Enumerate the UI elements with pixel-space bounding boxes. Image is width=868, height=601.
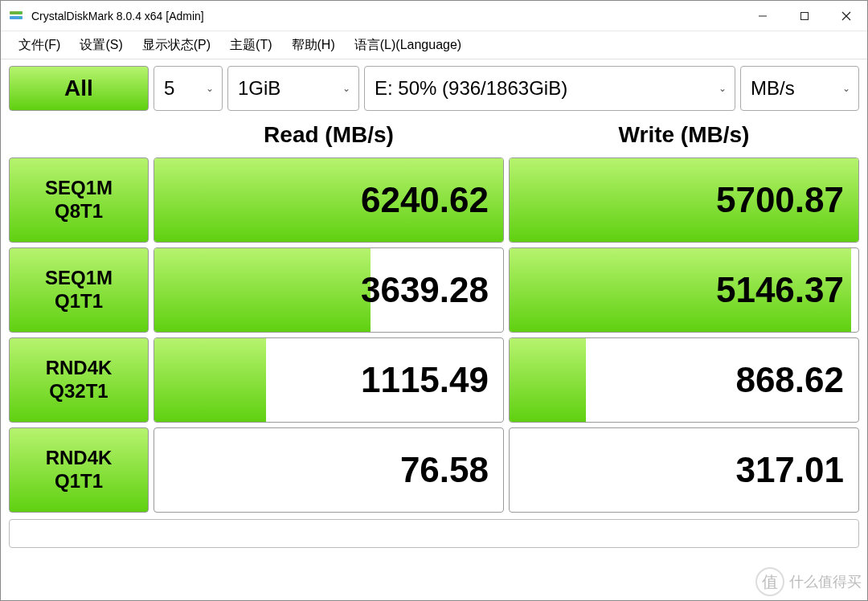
menu-settings[interactable]: 设置(S) <box>70 34 132 57</box>
read-result-2: 1115.49 <box>154 337 504 423</box>
menubar: 文件(F) 设置(S) 显示状态(P) 主题(T) 帮助(H) 语言(L)(La… <box>1 31 867 59</box>
write-value: 868.62 <box>735 360 844 400</box>
svg-point-3 <box>19 17 21 18</box>
test-row-3: RND4K Q1T1 76.58 317.01 <box>9 427 859 513</box>
test-button-rnd4k-q32t1[interactable]: RND4K Q32T1 <box>9 337 149 423</box>
row-label-line2: Q1T1 <box>55 470 103 493</box>
read-result-1: 3639.28 <box>154 247 504 333</box>
test-row-1: SEQ1M Q1T1 3639.28 5146.37 <box>9 247 859 333</box>
test-button-rnd4k-q1t1[interactable]: RND4K Q1T1 <box>9 427 149 513</box>
menu-display[interactable]: 显示状态(P) <box>133 34 220 57</box>
write-value: 317.01 <box>735 450 844 490</box>
test-button-seq1m-q8t1[interactable]: SEQ1M Q8T1 <box>9 157 149 243</box>
close-button[interactable] <box>825 1 867 31</box>
all-button[interactable]: All <box>9 66 149 111</box>
chevron-down-icon: ⌄ <box>719 83 727 94</box>
svg-point-2 <box>19 12 21 14</box>
chevron-down-icon: ⌄ <box>842 83 850 94</box>
read-value: 76.58 <box>400 450 489 490</box>
write-bar <box>510 338 586 422</box>
window-title: CrystalDiskMark 8.0.4 x64 [Admin] <box>31 10 742 22</box>
menu-theme[interactable]: 主题(T) <box>220 34 281 57</box>
chevron-down-icon: ⌄ <box>206 83 214 94</box>
row-label-line1: SEQ1M <box>45 267 113 290</box>
status-bar <box>9 519 859 548</box>
test-row-2: RND4K Q32T1 1115.49 868.62 <box>9 337 859 423</box>
test-button-seq1m-q1t1[interactable]: SEQ1M Q1T1 <box>9 247 149 333</box>
count-select[interactable]: 5⌄ <box>154 66 223 111</box>
row-label-line2: Q8T1 <box>55 200 103 223</box>
row-label-line2: Q1T1 <box>55 290 103 313</box>
row-label-line2: Q32T1 <box>49 380 108 403</box>
test-row-0: SEQ1M Q8T1 6240.62 5700.87 <box>9 157 859 243</box>
titlebar: CrystalDiskMark 8.0.4 x64 [Admin] <box>1 1 867 31</box>
count-value: 5 <box>164 77 174 100</box>
watermark-icon: 值 <box>755 567 784 596</box>
drive-value: E: 50% (936/1863GiB) <box>375 77 567 100</box>
write-value: 5146.37 <box>716 270 844 310</box>
read-value: 6240.62 <box>361 180 489 220</box>
size-value: 1GiB <box>238 77 280 100</box>
column-headers: Read (MB/s) Write (MB/s) <box>9 117 859 153</box>
row-label-line1: SEQ1M <box>45 177 113 200</box>
menu-file[interactable]: 文件(F) <box>9 34 70 57</box>
read-value: 1115.49 <box>361 360 489 400</box>
watermark-text: 什么值得买 <box>789 572 862 591</box>
window-controls <box>742 1 867 31</box>
top-controls: All 5⌄ 1GiB⌄ E: 50% (936/1863GiB)⌄ MB/s⌄ <box>9 66 859 111</box>
read-result-3: 76.58 <box>154 427 504 513</box>
app-window: CrystalDiskMark 8.0.4 x64 [Admin] 文件(F) … <box>0 0 868 601</box>
drive-select[interactable]: E: 50% (936/1863GiB)⌄ <box>364 66 735 111</box>
read-bar <box>154 338 266 422</box>
write-result-3: 317.01 <box>509 427 859 513</box>
read-header: Read (MB/s) <box>154 122 504 148</box>
maximize-button[interactable] <box>784 1 825 31</box>
row-label-line1: RND4K <box>46 357 113 380</box>
read-value: 3639.28 <box>361 270 489 310</box>
write-result-0: 5700.87 <box>509 157 859 243</box>
write-result-1: 5146.37 <box>509 247 859 333</box>
read-result-0: 6240.62 <box>154 157 504 243</box>
minimize-button[interactable] <box>742 1 784 31</box>
svg-rect-5 <box>801 12 809 19</box>
app-icon <box>9 9 23 23</box>
row-label-line1: RND4K <box>46 447 113 470</box>
write-result-2: 868.62 <box>509 337 859 423</box>
size-select[interactable]: 1GiB⌄ <box>227 66 359 111</box>
unit-select[interactable]: MB/s⌄ <box>740 66 859 111</box>
unit-value: MB/s <box>751 77 795 100</box>
read-bar <box>154 248 371 332</box>
menu-language[interactable]: 语言(L)(Language) <box>345 34 471 57</box>
watermark: 值 什么值得买 <box>755 567 862 596</box>
select-group: 5⌄ 1GiB⌄ E: 50% (936/1863GiB)⌄ MB/s⌄ <box>154 66 859 111</box>
chevron-down-icon: ⌄ <box>342 83 350 94</box>
write-header: Write (MB/s) <box>509 122 859 148</box>
menu-help[interactable]: 帮助(H) <box>282 34 345 57</box>
write-value: 5700.87 <box>716 180 844 220</box>
content-area: All 5⌄ 1GiB⌄ E: 50% (936/1863GiB)⌄ MB/s⌄… <box>1 59 867 600</box>
